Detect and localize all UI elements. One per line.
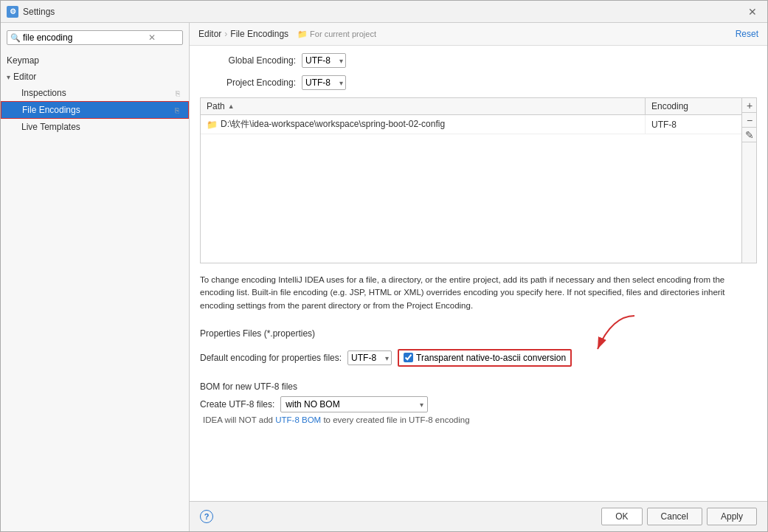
global-encoding-select[interactable]: UTF-8 bbox=[302, 53, 346, 68]
properties-row: Default encoding for properties files: U… bbox=[200, 349, 757, 367]
path-value: D:\软件\idea-workspace\workspace\spring-bo… bbox=[221, 118, 445, 131]
global-encoding-row: Global Encoding: UTF-8 bbox=[200, 53, 757, 68]
transparent-conversion-label: Transparent native-to-ascii conversion bbox=[416, 353, 566, 363]
sidebar: 🔍 ✕ Keymap ▾ Editor Inspections ⎘ Fil bbox=[1, 23, 190, 531]
folder-icon: 📁 bbox=[207, 120, 218, 130]
bom-note-suffix: to every created file in UTF-8 encoding bbox=[321, 415, 469, 424]
bom-row: Create UTF-8 files: with NO BOM bbox=[200, 396, 757, 412]
cancel-button[interactable]: Cancel bbox=[647, 508, 702, 525]
titlebar: ⚙ Settings ✕ bbox=[1, 1, 767, 23]
folder-small-icon: 📁 bbox=[297, 30, 308, 39]
search-icon: 🔍 bbox=[10, 33, 21, 43]
breadcrumb-separator: › bbox=[224, 29, 227, 39]
file-encodings-label: File Encodings bbox=[22, 105, 80, 115]
ok-button[interactable]: OK bbox=[601, 508, 642, 525]
project-encoding-label: Project Encoding: bbox=[200, 77, 296, 88]
transparent-conversion-checkbox[interactable] bbox=[404, 353, 413, 362]
panel-header: Editor › File Encodings 📁 For current pr… bbox=[190, 23, 767, 46]
path-header-label: Path bbox=[207, 101, 225, 111]
settings-window: ⚙ Settings ✕ 🔍 ✕ Keymap ▾ Editor bbox=[0, 0, 768, 532]
properties-encoding-select-wrapper[interactable]: UTF-8 bbox=[347, 350, 392, 365]
global-encoding-select-wrapper[interactable]: UTF-8 bbox=[302, 53, 346, 68]
window-title: Settings bbox=[23, 7, 55, 17]
project-encoding-select[interactable]: UTF-8 bbox=[302, 75, 346, 90]
bom-note-prefix: IDEA will NOT add bbox=[203, 415, 275, 424]
global-encoding-label: Global Encoding: bbox=[200, 55, 296, 66]
project-encoding-row: Project Encoding: UTF-8 bbox=[200, 75, 757, 90]
bom-select-wrapper[interactable]: with NO BOM bbox=[280, 396, 428, 412]
expand-icon: ▾ bbox=[7, 73, 10, 81]
main-content: 🔍 ✕ Keymap ▾ Editor Inspections ⎘ Fil bbox=[1, 23, 767, 531]
app-icon: ⚙ bbox=[7, 6, 18, 18]
close-button[interactable]: ✕ bbox=[744, 4, 761, 19]
table-toolbar: + − ✎ bbox=[741, 98, 756, 263]
breadcrumb: Editor › File Encodings bbox=[198, 29, 288, 39]
properties-encoding-select[interactable]: UTF-8 bbox=[347, 350, 392, 365]
sidebar-item-live-templates[interactable]: Live Templates bbox=[1, 119, 189, 135]
inspections-label: Inspections bbox=[21, 88, 66, 98]
search-clear-icon[interactable]: ✕ bbox=[148, 32, 156, 43]
transparent-conversion-box: Transparent native-to-ascii conversion bbox=[398, 349, 572, 367]
copy-icon-inspections: ⎘ bbox=[176, 89, 180, 97]
live-templates-label: Live Templates bbox=[21, 122, 80, 132]
sidebar-item-keymap[interactable]: Keymap bbox=[1, 52, 189, 69]
search-input[interactable] bbox=[23, 32, 148, 43]
description-text: To change encoding IntelliJ IDEA uses fo… bbox=[200, 274, 757, 312]
table-cell-path: 📁 D:\软件\idea-workspace\workspace\spring-… bbox=[201, 115, 646, 134]
checkbox-container: Transparent native-to-ascii conversion bbox=[398, 349, 572, 367]
help-button[interactable]: ? bbox=[200, 510, 213, 523]
bottom-bar: ? OK Cancel Apply bbox=[190, 501, 767, 531]
properties-section-title: Properties Files (*.properties) bbox=[200, 328, 757, 339]
remove-row-button[interactable]: − bbox=[742, 113, 757, 128]
table-row[interactable]: 📁 D:\软件\idea-workspace\workspace\spring-… bbox=[201, 115, 741, 134]
for-current-project-label: For current project bbox=[310, 30, 376, 38]
table-header: Path ▲ Encoding bbox=[201, 98, 756, 115]
create-utf8-label: Create UTF-8 files: bbox=[200, 399, 274, 410]
table-body: 📁 D:\软件\idea-workspace\workspace\spring-… bbox=[201, 115, 756, 263]
add-row-button[interactable]: + bbox=[742, 98, 757, 113]
copy-icon-file-encodings: ⎘ bbox=[175, 106, 179, 114]
table-cell-encoding: UTF-8 bbox=[646, 117, 741, 133]
breadcrumb-current: File Encodings bbox=[230, 29, 288, 39]
editor-label: Editor bbox=[13, 72, 36, 82]
file-table-container: + − ✎ Path ▲ Encoding bbox=[200, 97, 757, 263]
edit-row-button[interactable]: ✎ bbox=[742, 128, 757, 142]
right-panel: Editor › File Encodings 📁 For current pr… bbox=[190, 23, 767, 531]
titlebar-left: ⚙ Settings bbox=[7, 6, 55, 18]
panel-body: Global Encoding: UTF-8 Project Encoding:… bbox=[190, 46, 767, 501]
sidebar-item-inspections[interactable]: Inspections ⎘ bbox=[1, 85, 189, 101]
bom-title: BOM for new UTF-8 files bbox=[200, 381, 757, 392]
apply-button[interactable]: Apply bbox=[707, 508, 757, 525]
reset-button[interactable]: Reset bbox=[736, 29, 758, 39]
table-header-encoding[interactable]: Encoding bbox=[646, 98, 741, 114]
keymap-label: Keymap bbox=[7, 55, 39, 66]
bom-note: IDEA will NOT add UTF-8 BOM to every cre… bbox=[200, 415, 757, 424]
sidebar-item-editor[interactable]: ▾ Editor bbox=[1, 69, 189, 85]
bom-note-highlight: UTF-8 BOM bbox=[275, 415, 321, 424]
sidebar-item-file-encodings[interactable]: File Encodings ⎘ bbox=[1, 101, 189, 119]
bom-select[interactable]: with NO BOM bbox=[280, 396, 428, 412]
for-current-project: 📁 For current project bbox=[297, 30, 376, 39]
breadcrumb-parent: Editor bbox=[198, 29, 221, 39]
bom-section: BOM for new UTF-8 files Create UTF-8 fil… bbox=[200, 381, 757, 424]
default-encoding-label: Default encoding for properties files: bbox=[200, 353, 342, 363]
table-header-path[interactable]: Path ▲ bbox=[201, 98, 646, 114]
search-bar[interactable]: 🔍 ✕ bbox=[7, 30, 183, 45]
project-encoding-select-wrapper[interactable]: UTF-8 bbox=[302, 75, 346, 90]
sort-icon: ▲ bbox=[228, 103, 235, 110]
sidebar-section: Keymap ▾ Editor Inspections ⎘ File Encod… bbox=[1, 52, 189, 135]
